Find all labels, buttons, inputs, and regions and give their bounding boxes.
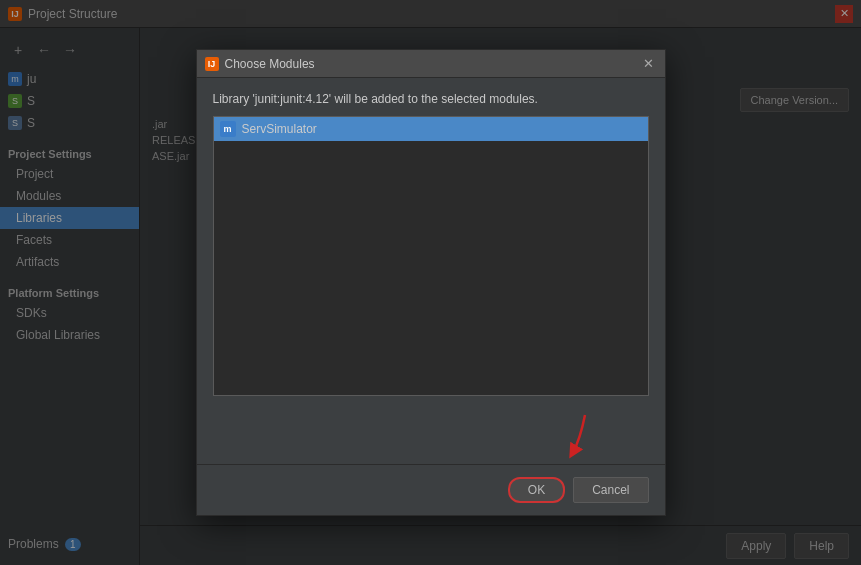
ok-arrow-svg — [525, 410, 605, 460]
modal-footer: OK Cancel — [197, 464, 665, 515]
cancel-button[interactable]: Cancel — [573, 477, 648, 503]
arrow-annotation — [197, 410, 665, 464]
modal-overlay: IJ Choose Modules ✕ Library 'junit:junit… — [0, 0, 861, 565]
module-servsimulator-label: ServSimulator — [242, 122, 317, 136]
ok-button[interactable]: OK — [508, 477, 565, 503]
modal-title: Choose Modules — [225, 57, 315, 71]
module-item-servsimulator[interactable]: m ServSimulator — [214, 117, 648, 141]
module-servsimulator-icon: m — [220, 121, 236, 137]
modal-title-bar: IJ Choose Modules ✕ — [197, 50, 665, 78]
modal-title-left: IJ Choose Modules — [205, 57, 315, 71]
modal-app-icon: IJ — [205, 57, 219, 71]
module-list: m ServSimulator — [213, 116, 649, 396]
modal-close-button[interactable]: ✕ — [641, 56, 657, 72]
choose-modules-dialog: IJ Choose Modules ✕ Library 'junit:junit… — [196, 49, 666, 516]
modal-message: Library 'junit:junit:4.12' will be added… — [213, 92, 649, 106]
modal-body: Library 'junit:junit:4.12' will be added… — [197, 78, 665, 410]
